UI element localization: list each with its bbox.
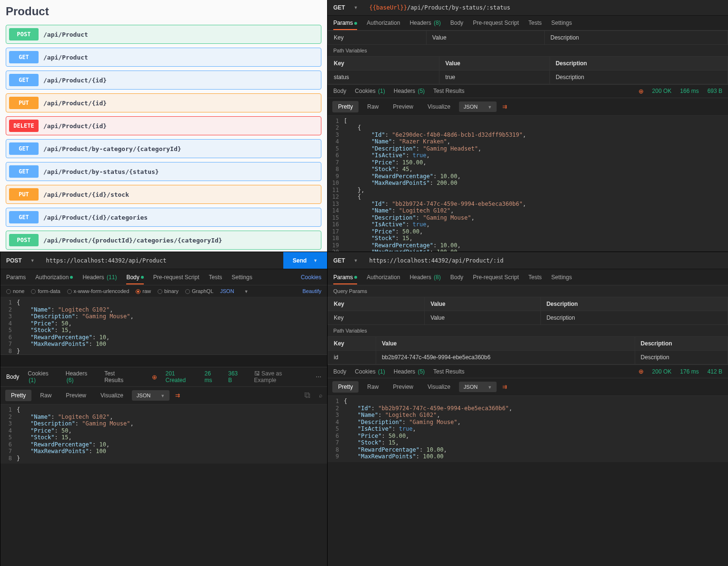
format-dropdown[interactable]: JSON ▼: [459, 101, 497, 112]
endpoint-row[interactable]: GET/api/Product: [6, 48, 321, 67]
key-cell[interactable]: Key: [328, 311, 425, 325]
endpoint-row[interactable]: DELETE/api/Product/{id}: [6, 116, 321, 135]
resp-tab-headers[interactable]: Headers (5): [394, 88, 425, 94]
resp-tab-tests[interactable]: Test Results: [104, 370, 134, 384]
format-dropdown[interactable]: JSON ▼: [459, 382, 497, 392]
tab-headers[interactable]: Headers (8): [409, 20, 440, 26]
endpoint-row[interactable]: PUT/api/Product/{id}/stock: [6, 185, 321, 204]
view-raw[interactable]: Raw: [361, 381, 384, 393]
method-dropdown[interactable]: POST▼: [0, 252, 40, 269]
key-cell[interactable]: Key: [328, 30, 427, 44]
value-cell[interactable]: Value: [425, 311, 541, 325]
resp-tab-tests[interactable]: Test Results: [433, 368, 464, 375]
tab-body[interactable]: Body: [126, 274, 143, 284]
pv-value[interactable]: bb2b9724-747c-459e-9994-ebe5eca360b6: [376, 351, 635, 364]
response-editor[interactable]: 1[2 {3 "Id": "6e290dec-f4b0-48d6-bcb1-d3…: [328, 116, 728, 252]
network-icon[interactable]: ⊕: [638, 88, 644, 95]
pv-value[interactable]: true: [439, 70, 550, 84]
resp-tab-cookies[interactable]: Cookies (1): [28, 370, 57, 384]
tab-tests[interactable]: Tests: [209, 274, 222, 281]
resp-tab-body[interactable]: Body: [6, 374, 19, 380]
bodytype-raw[interactable]: raw: [136, 288, 151, 294]
endpoint-row[interactable]: GET/api/Product/{id}: [6, 71, 321, 90]
format-dropdown[interactable]: JSON ▼: [132, 390, 170, 401]
raw-format-dropdown[interactable]: JSON ▼: [220, 288, 248, 294]
endpoint-row[interactable]: GET/api/Product/by-category/{categoryId}: [6, 139, 321, 158]
tab-tests[interactable]: Tests: [529, 20, 542, 26]
value-cell[interactable]: Value: [426, 30, 544, 44]
tab-prereq[interactable]: Pre-request Script: [473, 20, 519, 26]
request-body-editor[interactable]: 1{2 "Name": "Logitech G102",3 "Descripti…: [0, 297, 327, 354]
resp-tab-headers[interactable]: Headers (6): [66, 370, 96, 384]
tab-auth[interactable]: Authorization: [35, 274, 73, 281]
search-icon[interactable]: ⌕: [319, 392, 322, 399]
tab-prereq[interactable]: Pre-request Script: [153, 274, 199, 281]
pv-key[interactable]: id: [328, 351, 376, 364]
pv-desc[interactable]: Description: [635, 351, 728, 364]
view-visualize[interactable]: Visualize: [422, 381, 456, 393]
copy-icon[interactable]: ⿻: [305, 392, 310, 399]
resp-tab-headers[interactable]: Headers (5): [394, 368, 425, 375]
pv-desc[interactable]: Description: [549, 70, 728, 84]
view-pretty[interactable]: Pretty: [332, 381, 359, 393]
view-visualize[interactable]: Visualize: [422, 101, 456, 112]
endpoint-row[interactable]: POST/api/Product: [6, 25, 321, 44]
response-editor[interactable]: 1{2 "Name": "Logitech G102",3 "Descripti…: [0, 404, 327, 464]
pv-key[interactable]: status: [328, 70, 439, 84]
resp-tab-cookies[interactable]: Cookies (1): [355, 88, 385, 94]
send-button[interactable]: Send▼: [283, 252, 327, 269]
tab-auth[interactable]: Authorization: [367, 20, 400, 26]
wrap-icon[interactable]: ⇉: [502, 384, 507, 390]
bodytype-form[interactable]: form-data: [31, 288, 60, 294]
view-raw[interactable]: Raw: [34, 390, 57, 401]
view-visualize[interactable]: Visualize: [95, 390, 129, 401]
network-icon[interactable]: ⊕: [152, 374, 157, 381]
tab-auth[interactable]: Authorization: [367, 274, 400, 281]
beautify-link[interactable]: Beautify: [302, 288, 321, 294]
tab-body[interactable]: Body: [450, 274, 463, 281]
tab-params[interactable]: Params: [333, 20, 357, 30]
bodytype-urlenc[interactable]: x-www-form-urlencoded: [67, 288, 130, 294]
url-input[interactable]: https://localhost:44392/api/Product: [40, 257, 283, 264]
tab-headers[interactable]: Headers (8): [409, 274, 440, 281]
view-raw[interactable]: Raw: [361, 101, 384, 112]
url-input[interactable]: https://localhost:44392/api/Product/:id: [364, 257, 728, 264]
endpoint-row[interactable]: POST/api/Product/{productId}/categories/…: [6, 231, 321, 250]
bodytype-none[interactable]: none: [6, 288, 24, 294]
view-preview[interactable]: Preview: [60, 390, 92, 401]
tab-settings[interactable]: Settings: [232, 274, 252, 281]
method-dropdown[interactable]: GET▼: [328, 0, 364, 15]
tab-headers[interactable]: Headers (11): [82, 274, 117, 281]
save-example-button[interactable]: 🖫 Save as Example: [254, 370, 304, 384]
tab-settings[interactable]: Settings: [551, 274, 572, 281]
bodytype-binary[interactable]: binary: [158, 288, 179, 294]
network-icon[interactable]: ⊕: [638, 368, 644, 375]
more-icon[interactable]: ⋯: [316, 374, 321, 380]
resp-tab-tests[interactable]: Test Results: [433, 88, 464, 94]
tab-prereq[interactable]: Pre-request Script: [473, 274, 519, 281]
resp-tab-cookies[interactable]: Cookies (1): [355, 368, 385, 375]
view-preview[interactable]: Preview: [387, 381, 419, 393]
bodytype-graphql[interactable]: GraphQL: [185, 288, 213, 294]
desc-cell[interactable]: Description: [540, 311, 728, 325]
response-editor[interactable]: 1{2 "Id": "bb2b9724-747c-459e-9994-ebe5e…: [328, 396, 728, 462]
resp-tab-body[interactable]: Body: [333, 368, 346, 375]
cookies-link[interactable]: Cookies: [301, 274, 321, 281]
desc-cell[interactable]: Description: [545, 30, 728, 44]
endpoint-row[interactable]: GET/api/Product/by-status/{status}: [6, 162, 321, 181]
url-input[interactable]: {{baseUrl}}/api/Product/by-status/:statu…: [364, 4, 728, 11]
wrap-icon[interactable]: ⇉: [175, 392, 180, 399]
wrap-icon[interactable]: ⇉: [502, 103, 507, 110]
view-preview[interactable]: Preview: [387, 101, 419, 112]
tab-params[interactable]: Params: [333, 274, 357, 284]
tab-body[interactable]: Body: [450, 20, 463, 26]
tab-tests[interactable]: Tests: [529, 274, 542, 281]
resp-tab-body[interactable]: Body: [333, 88, 346, 94]
endpoint-row[interactable]: PUT/api/Product/{id}: [6, 93, 321, 112]
tab-settings[interactable]: Settings: [551, 20, 572, 26]
tab-params[interactable]: Params: [6, 274, 26, 281]
endpoint-row[interactable]: GET/api/Product/{id}/categories: [6, 208, 321, 227]
method-dropdown[interactable]: GET▼: [328, 252, 364, 269]
view-pretty[interactable]: Pretty: [5, 390, 31, 401]
view-pretty[interactable]: Pretty: [332, 101, 359, 112]
